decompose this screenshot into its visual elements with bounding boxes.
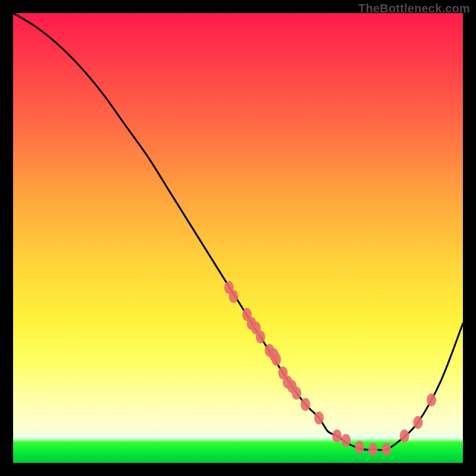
curve-marker [381,443,391,456]
curve-marker [256,330,265,343]
curve-marker [292,387,301,400]
curve-marker [271,353,281,366]
curve-markers [224,281,436,456]
curve-marker [228,290,238,303]
curve-marker [413,416,422,429]
curve-marker [332,430,342,443]
curve-marker [341,434,350,447]
chart-svg [13,13,463,463]
curve-marker [300,398,310,411]
chart-frame [13,13,463,463]
curve-marker [314,411,324,424]
bottleneck-curve [13,13,463,450]
curve-marker [400,430,409,443]
curve-marker [427,393,436,406]
curve-marker [368,443,378,456]
curve-marker [355,441,364,454]
watermark-text: TheBottleneck.com [358,2,470,15]
